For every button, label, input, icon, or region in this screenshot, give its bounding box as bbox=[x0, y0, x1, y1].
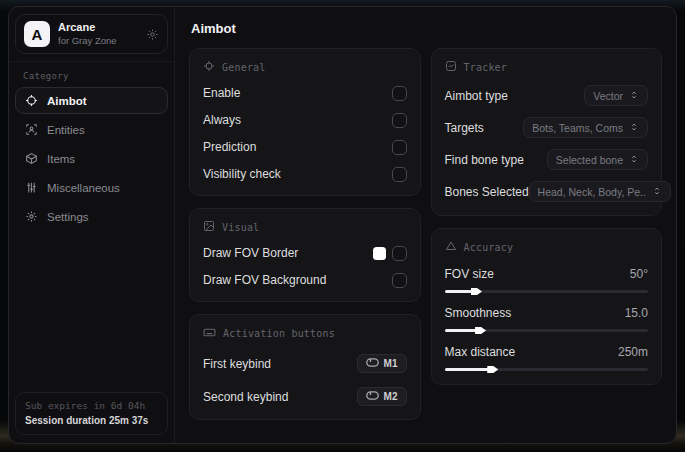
session-card: Sub expires in 6d 04h Session duration 2… bbox=[15, 392, 168, 435]
visual-card: Visual Draw FOV Border Draw FOV Backgrou… bbox=[189, 208, 421, 302]
smoothness-value: 15.0 bbox=[625, 306, 648, 320]
box-icon bbox=[25, 152, 38, 165]
brand-card: A Arcane for Gray Zone bbox=[15, 14, 168, 54]
smoothness-slider[interactable] bbox=[445, 329, 649, 332]
enable-checkbox[interactable] bbox=[392, 86, 407, 101]
slider-thumb[interactable] bbox=[475, 326, 486, 335]
draw-fov-background-checkbox[interactable] bbox=[392, 273, 407, 288]
crosshair-icon bbox=[25, 94, 38, 107]
tracker-card: Tracker Aimbot type Vector Targets bbox=[431, 48, 663, 216]
setting-row: Bones Selected Head, Neck, Body, Pe.. bbox=[445, 181, 649, 202]
prediction-checkbox[interactable] bbox=[392, 140, 407, 155]
card-title: Accuracy bbox=[464, 242, 514, 253]
fov-size-value: 50° bbox=[630, 267, 648, 281]
setting-row: Draw FOV Background bbox=[203, 272, 407, 288]
max-distance-slider[interactable] bbox=[445, 368, 649, 371]
card-title: Tracker bbox=[464, 62, 508, 73]
fov-border-color-swatch[interactable] bbox=[373, 247, 386, 260]
find-bone-type-dropdown[interactable]: Selected bone bbox=[547, 149, 648, 170]
sidebar-item-aimbot[interactable]: Aimbot bbox=[15, 87, 168, 114]
card-title: Activation buttons bbox=[223, 328, 335, 339]
general-card: General Enable Always Prediction bbox=[189, 48, 421, 196]
slider-row: Smoothness 15.0 bbox=[445, 306, 649, 332]
setting-row: Always bbox=[203, 112, 407, 128]
setting-row: Draw FOV Border bbox=[203, 245, 407, 261]
main-content: Aimbot General Enable Alw bbox=[175, 7, 676, 443]
activation-buttons-card: Activation buttons First keybind M1 Seco… bbox=[189, 314, 421, 420]
max-distance-value: 250m bbox=[618, 345, 648, 359]
unfold-icon bbox=[652, 186, 662, 198]
brand-gear-icon[interactable] bbox=[146, 28, 159, 41]
slider-thumb[interactable] bbox=[487, 365, 498, 374]
sidebar-item-label: Miscellaneous bbox=[47, 182, 120, 194]
sidebar-item-settings[interactable]: Settings bbox=[15, 203, 168, 230]
mouse-icon bbox=[366, 391, 379, 402]
sidebar-item-items[interactable]: Items bbox=[15, 145, 168, 172]
accuracy-card: Accuracy FOV size 50° bbox=[431, 228, 663, 385]
unfold-icon bbox=[629, 154, 639, 166]
mouse-icon bbox=[366, 358, 379, 369]
crosshair-icon bbox=[203, 60, 215, 74]
targets-dropdown[interactable]: Bots, Teams, Coms bbox=[523, 117, 648, 138]
sidebar-item-label: Items bbox=[47, 153, 75, 165]
card-title: Visual bbox=[222, 222, 259, 233]
slider-row: FOV size 50° bbox=[445, 267, 649, 293]
category-label: Category bbox=[23, 71, 168, 81]
target-scan-icon bbox=[445, 60, 457, 74]
sidebar-item-label: Aimbot bbox=[47, 95, 87, 107]
setting-row: Targets Bots, Teams, Coms bbox=[445, 117, 649, 138]
app-window: A Arcane for Gray Zone Category Aimbot E… bbox=[8, 6, 677, 444]
sidebar-item-miscellaneous[interactable]: Miscellaneous bbox=[15, 174, 168, 201]
setting-row: Visibility check bbox=[203, 166, 407, 182]
slider-row: Max distance 250m bbox=[445, 345, 649, 371]
image-icon bbox=[203, 220, 215, 234]
page-title: Aimbot bbox=[191, 21, 662, 36]
gear-icon bbox=[25, 210, 38, 223]
bones-selected-dropdown[interactable]: Head, Neck, Body, Pe.. bbox=[529, 181, 671, 202]
brand-logo: A bbox=[24, 21, 50, 47]
keyboard-icon bbox=[203, 326, 216, 341]
unfold-icon bbox=[629, 122, 639, 134]
setting-row: First keybind M1 bbox=[203, 354, 407, 373]
triangle-icon bbox=[445, 240, 457, 254]
brand-name: Arcane bbox=[58, 21, 138, 34]
sliders-icon bbox=[25, 181, 38, 194]
brand-subtitle: for Gray Zone bbox=[58, 35, 138, 46]
sidebar: A Arcane for Gray Zone Category Aimbot E… bbox=[9, 7, 175, 443]
always-checkbox[interactable] bbox=[392, 113, 407, 128]
first-keybind-button[interactable]: M1 bbox=[357, 354, 407, 373]
setting-row: Second keybind M2 bbox=[203, 387, 407, 406]
sidebar-divider bbox=[9, 61, 174, 62]
session-duration-text: Session duration 25m 37s bbox=[25, 415, 158, 426]
unfold-icon bbox=[629, 90, 639, 102]
second-keybind-button[interactable]: M2 bbox=[357, 387, 407, 406]
sidebar-item-label: Entities bbox=[47, 124, 85, 136]
visibility-check-checkbox[interactable] bbox=[392, 167, 407, 182]
setting-row: Aimbot type Vector bbox=[445, 85, 649, 106]
setting-row: Prediction bbox=[203, 139, 407, 155]
sub-expires-text: Sub expires in 6d 04h bbox=[25, 400, 158, 411]
sidebar-item-entities[interactable]: Entities bbox=[15, 116, 168, 143]
sidebar-item-label: Settings bbox=[47, 211, 89, 223]
draw-fov-border-checkbox[interactable] bbox=[392, 246, 407, 261]
fov-size-slider[interactable] bbox=[445, 290, 649, 293]
person-scan-icon bbox=[25, 123, 38, 136]
setting-row: Enable bbox=[203, 85, 407, 101]
slider-thumb[interactable] bbox=[471, 287, 482, 296]
aimbot-type-dropdown[interactable]: Vector bbox=[584, 85, 648, 106]
card-title: General bbox=[222, 62, 266, 73]
setting-row: Find bone type Selected bone bbox=[445, 149, 649, 170]
